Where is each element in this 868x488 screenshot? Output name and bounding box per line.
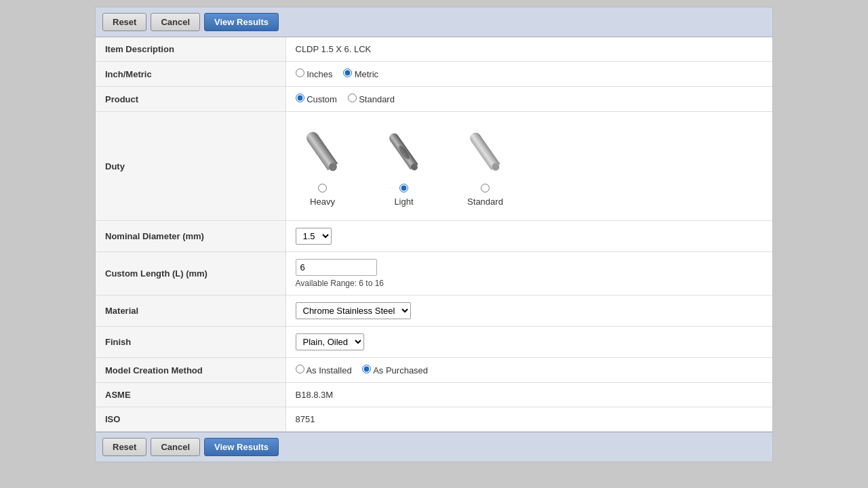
- view-results-button-bottom[interactable]: View Results: [204, 438, 279, 456]
- heavy-duty-radio[interactable]: [318, 184, 327, 192]
- model-creation-row: Model Creation Method As Installed As Pu…: [96, 358, 772, 383]
- product-label: Product: [96, 87, 285, 112]
- bottom-toolbar: Reset Cancel View Results: [96, 432, 772, 462]
- inch-metric-row: Inch/Metric Inches Metric: [96, 62, 772, 87]
- nominal-diameter-row: Nominal Diameter (mm) 1.5 2.0 2.5 3.0: [96, 221, 772, 252]
- top-toolbar: Reset Cancel View Results: [96, 7, 772, 37]
- as-purchased-option[interactable]: As Purchased: [362, 365, 428, 375]
- custom-length-range: Available Range: 6 to 16: [296, 279, 764, 288]
- finish-value: Plain, Oiled Zinc Plated None: [285, 327, 772, 358]
- asme-value: B18.8.3M: [285, 383, 772, 407]
- item-description-value: CLDP 1.5 X 6. LCK: [285, 37, 772, 62]
- material-label: Material: [96, 296, 285, 327]
- iso-label: ISO: [96, 407, 285, 432]
- standard-label: Standard: [359, 94, 395, 104]
- form-table: Item Description CLDP 1.5 X 6. LCK Inch/…: [96, 37, 772, 432]
- standard-option[interactable]: Standard: [348, 94, 395, 104]
- finish-select[interactable]: Plain, Oiled Zinc Plated None: [296, 333, 364, 350]
- light-duty-label: Light: [394, 197, 413, 207]
- heavy-duty-label: Heavy: [310, 197, 335, 207]
- inch-metric-value: Inches Metric: [285, 62, 772, 87]
- finish-row: Finish Plain, Oiled Zinc Plated None: [96, 327, 772, 358]
- custom-length-label: Custom Length (L) (mm): [96, 252, 285, 296]
- model-creation-label: Model Creation Method: [96, 358, 285, 383]
- metric-label: Metric: [355, 69, 378, 79]
- duty-row: Duty: [96, 112, 772, 221]
- asme-row: ASME B18.8.3M: [96, 383, 772, 407]
- metric-option[interactable]: Metric: [343, 69, 378, 79]
- light-pin-image: [377, 125, 431, 180]
- custom-length-input[interactable]: [296, 259, 377, 276]
- nominal-diameter-select[interactable]: 1.5 2.0 2.5 3.0: [296, 228, 332, 245]
- duty-standard-option: Standard: [458, 125, 513, 207]
- as-purchased-label: As Purchased: [373, 365, 428, 375]
- reset-button-top[interactable]: Reset: [102, 13, 146, 31]
- reset-button-bottom[interactable]: Reset: [102, 438, 146, 456]
- standard-duty-label: Standard: [467, 197, 503, 207]
- custom-radio[interactable]: [296, 94, 304, 102]
- finish-label: Finish: [96, 327, 285, 358]
- asme-label: ASME: [96, 383, 285, 407]
- inches-label: Inches: [307, 69, 332, 79]
- metric-radio[interactable]: [343, 68, 352, 77]
- material-row: Material Chrome Stainless Steel Carbon S…: [96, 296, 772, 327]
- as-installed-label: As Installed: [306, 365, 351, 375]
- inches-option[interactable]: Inches: [296, 69, 336, 79]
- duty-options: Heavy: [296, 119, 764, 214]
- light-duty-radio[interactable]: [399, 184, 408, 192]
- material-value: Chrome Stainless Steel Carbon Steel Stai…: [285, 296, 772, 327]
- as-installed-option[interactable]: As Installed: [296, 365, 355, 375]
- as-installed-radio[interactable]: [296, 365, 304, 373]
- as-purchased-radio[interactable]: [362, 365, 371, 373]
- inch-metric-label: Inch/Metric: [96, 62, 285, 87]
- material-select[interactable]: Chrome Stainless Steel Carbon Steel Stai…: [296, 302, 411, 319]
- custom-option[interactable]: Custom: [296, 94, 340, 104]
- product-row: Product Custom Standard: [96, 87, 772, 112]
- item-description-row: Item Description CLDP 1.5 X 6. LCK: [96, 37, 772, 62]
- product-value: Custom Standard: [285, 87, 772, 112]
- duty-light-option: Light: [377, 125, 431, 207]
- custom-length-row: Custom Length (L) (mm) Available Range: …: [96, 252, 772, 296]
- custom-label: Custom: [307, 94, 337, 104]
- item-description-label: Item Description: [96, 37, 285, 62]
- view-results-button-top[interactable]: View Results: [204, 13, 279, 31]
- iso-value: 8751: [285, 407, 772, 432]
- page-wrapper: Reset Cancel View Results Item Descripti…: [95, 7, 773, 462]
- inches-radio[interactable]: [296, 68, 304, 77]
- custom-length-value: Available Range: 6 to 16: [285, 252, 772, 296]
- model-creation-value: As Installed As Purchased: [285, 358, 772, 383]
- nominal-diameter-label: Nominal Diameter (mm): [96, 221, 285, 252]
- cancel-button-top[interactable]: Cancel: [151, 13, 200, 31]
- nominal-diameter-value: 1.5 2.0 2.5 3.0: [285, 221, 772, 252]
- heavy-pin-image: [296, 125, 350, 180]
- cancel-button-bottom[interactable]: Cancel: [151, 438, 200, 456]
- standard-duty-radio[interactable]: [481, 184, 490, 192]
- iso-row: ISO 8751: [96, 407, 772, 432]
- duty-label: Duty: [96, 112, 285, 221]
- duty-heavy-option: Heavy: [296, 125, 350, 207]
- duty-value: Heavy: [285, 112, 772, 221]
- standard-pin-image: [458, 125, 513, 180]
- standard-radio[interactable]: [348, 94, 357, 102]
